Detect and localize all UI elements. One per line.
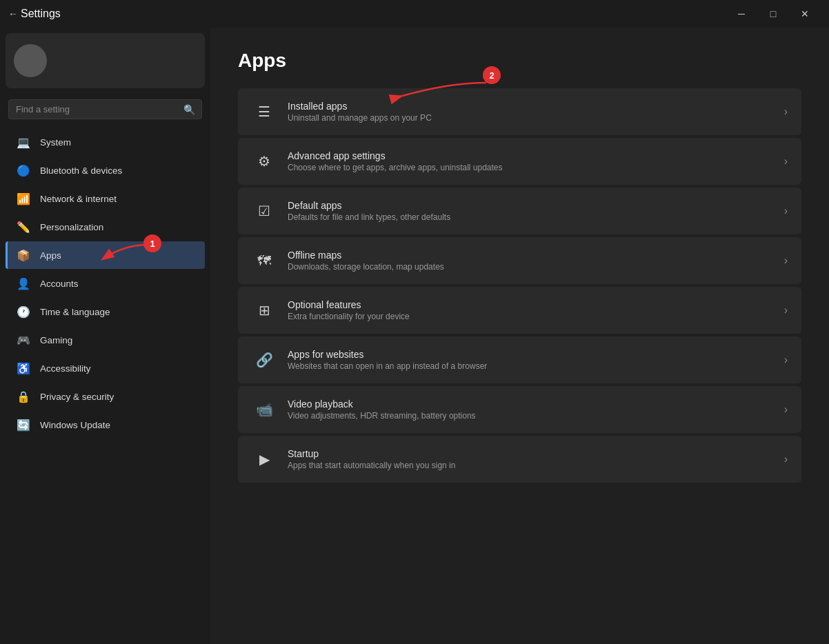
nav-label-gaming: Gaming xyxy=(40,335,72,345)
nav-icon-network: 📶 xyxy=(17,192,30,205)
title-bar-title: Settings xyxy=(21,8,61,20)
search-icon: 🔍 xyxy=(183,104,195,115)
sidebar-item-bluetooth[interactable]: 🔵 Bluetooth & devices xyxy=(6,157,205,184)
settings-item-startup[interactable]: ▶ Startup Apps that start automatically … xyxy=(238,436,801,483)
sidebar: 🔍 💻 System 🔵 Bluetooth & devices 📶 Netwo… xyxy=(0,28,210,644)
settings-list: ☰ Installed apps Uninstall and manage ap… xyxy=(238,88,801,483)
sidebar-item-apps[interactable]: 📦 Apps xyxy=(6,241,205,269)
nav-icon-gaming: 🎮 xyxy=(17,333,30,347)
settings-text-startup: Startup Apps that start automatically wh… xyxy=(288,448,773,470)
chevron-icon-optional-features: › xyxy=(784,304,788,316)
nav-icon-update: 🔄 xyxy=(17,418,30,432)
settings-title-optional-features: Optional features xyxy=(288,299,773,310)
settings-icon-default-apps: ☑ xyxy=(252,199,277,223)
nav-icon-apps: 📦 xyxy=(17,248,30,262)
nav-label-accessibility: Accessibility xyxy=(40,363,91,374)
sidebar-item-network[interactable]: 📶 Network & internet xyxy=(6,185,205,212)
settings-item-installed-apps[interactable]: ☰ Installed apps Uninstall and manage ap… xyxy=(238,88,801,135)
settings-title-offline-maps: Offline maps xyxy=(288,250,773,261)
title-bar: ← Settings ─ □ ✕ xyxy=(0,0,829,28)
settings-item-default-apps[interactable]: ☑ Default apps Defaults for file and lin… xyxy=(238,188,801,234)
settings-desc-optional-features: Extra functionality for your device xyxy=(288,312,773,321)
settings-text-apps-for-websites: Apps for websites Websites that can open… xyxy=(288,349,773,371)
maximize-button[interactable]: □ xyxy=(757,3,789,25)
page-title: Apps xyxy=(238,50,801,72)
settings-text-optional-features: Optional features Extra functionality fo… xyxy=(288,299,773,321)
back-icon[interactable]: ← xyxy=(8,8,18,19)
settings-icon-optional-features: ⊞ xyxy=(252,298,277,323)
settings-icon-apps-for-websites: 🔗 xyxy=(252,348,277,372)
nav-label-privacy: Privacy & security xyxy=(40,392,114,402)
settings-desc-video-playback: Video adjustments, HDR streaming, batter… xyxy=(288,411,773,421)
chevron-icon-offline-maps: › xyxy=(784,254,788,267)
nav-icon-personalization: ✏️ xyxy=(17,220,30,234)
settings-title-advanced-app-settings: Advanced app settings xyxy=(288,150,773,161)
chevron-icon-startup: › xyxy=(784,453,788,465)
settings-title-default-apps: Default apps xyxy=(288,200,773,211)
settings-text-offline-maps: Offline maps Downloads, storage location… xyxy=(288,250,773,272)
sidebar-item-time[interactable]: 🕐 Time & language xyxy=(6,298,205,325)
nav-label-network: Network & internet xyxy=(40,194,117,204)
settings-title-video-playback: Video playback xyxy=(288,399,773,410)
sidebar-item-accessibility[interactable]: ♿ Accessibility xyxy=(6,354,205,382)
main-content: Apps ☰ Installed apps Uninstall and mana… xyxy=(210,28,829,644)
settings-text-default-apps: Default apps Defaults for file and link … xyxy=(288,200,773,222)
settings-title-startup: Startup xyxy=(288,448,773,459)
settings-icon-video-playback: 📹 xyxy=(252,397,277,422)
sidebar-item-update[interactable]: 🔄 Windows Update xyxy=(6,411,205,439)
settings-title-apps-for-websites: Apps for websites xyxy=(288,349,773,360)
settings-title-installed-apps: Installed apps xyxy=(288,101,773,112)
settings-desc-advanced-app-settings: Choose where to get apps, archive apps, … xyxy=(288,163,773,172)
avatar xyxy=(14,44,47,77)
sidebar-item-system[interactable]: 💻 System xyxy=(6,128,205,156)
search-box: 🔍 xyxy=(8,99,202,119)
nav-list: 💻 System 🔵 Bluetooth & devices 📶 Network… xyxy=(0,125,210,638)
nav-label-time: Time & language xyxy=(40,307,110,317)
settings-item-video-playback[interactable]: 📹 Video playback Video adjustments, HDR … xyxy=(238,386,801,433)
settings-desc-offline-maps: Downloads, storage location, map updates xyxy=(288,262,773,272)
sidebar-item-privacy[interactable]: 🔒 Privacy & security xyxy=(6,383,205,410)
nav-icon-privacy: 🔒 xyxy=(17,390,30,403)
window-controls: ─ □ ✕ xyxy=(726,3,821,25)
settings-icon-startup: ▶ xyxy=(252,447,277,472)
settings-item-apps-for-websites[interactable]: 🔗 Apps for websites Websites that can op… xyxy=(238,336,801,383)
settings-desc-apps-for-websites: Websites that can open in an app instead… xyxy=(288,361,773,371)
nav-label-apps: Apps xyxy=(40,250,61,261)
settings-desc-installed-apps: Uninstall and manage apps on your PC xyxy=(288,113,773,123)
nav-label-accounts: Accounts xyxy=(40,279,79,289)
settings-item-optional-features[interactable]: ⊞ Optional features Extra functionality … xyxy=(238,287,801,334)
nav-label-bluetooth: Bluetooth & devices xyxy=(40,165,122,176)
settings-item-offline-maps[interactable]: 🗺 Offline maps Downloads, storage locati… xyxy=(238,237,801,284)
profile-area xyxy=(6,33,205,88)
nav-icon-system: 💻 xyxy=(17,135,30,149)
content-area: 🔍 💻 System 🔵 Bluetooth & devices 📶 Netwo… xyxy=(0,28,829,644)
settings-text-installed-apps: Installed apps Uninstall and manage apps… xyxy=(288,101,773,123)
settings-text-video-playback: Video playback Video adjustments, HDR st… xyxy=(288,399,773,421)
close-button[interactable]: ✕ xyxy=(789,3,821,25)
settings-desc-default-apps: Defaults for file and link types, other … xyxy=(288,212,773,222)
settings-text-advanced-app-settings: Advanced app settings Choose where to ge… xyxy=(288,150,773,172)
nav-icon-accessibility: ♿ xyxy=(17,361,30,375)
settings-icon-advanced-app-settings: ⚙ xyxy=(252,149,277,174)
sidebar-item-accounts[interactable]: 👤 Accounts xyxy=(6,270,205,297)
chevron-icon-apps-for-websites: › xyxy=(784,354,788,366)
nav-label-personalization: Personalization xyxy=(40,222,103,232)
minimize-button[interactable]: ─ xyxy=(726,3,757,25)
nav-icon-time: 🕐 xyxy=(17,305,30,319)
chevron-icon-default-apps: › xyxy=(784,205,788,217)
settings-desc-startup: Apps that start automatically when you s… xyxy=(288,461,773,470)
sidebar-item-personalization[interactable]: ✏️ Personalization xyxy=(6,213,205,241)
settings-icon-installed-apps: ☰ xyxy=(252,99,277,124)
nav-label-update: Windows Update xyxy=(40,420,110,430)
settings-item-advanced-app-settings[interactable]: ⚙ Advanced app settings Choose where to … xyxy=(238,138,801,185)
settings-icon-offline-maps: 🗺 xyxy=(252,248,277,273)
sidebar-item-gaming[interactable]: 🎮 Gaming xyxy=(6,326,205,354)
nav-label-system: System xyxy=(40,137,71,148)
nav-icon-accounts: 👤 xyxy=(17,276,30,290)
search-input[interactable] xyxy=(8,99,202,119)
nav-icon-bluetooth: 🔵 xyxy=(17,163,30,177)
chevron-icon-advanced-app-settings: › xyxy=(784,155,788,168)
chevron-icon-video-playback: › xyxy=(784,403,788,416)
chevron-icon-installed-apps: › xyxy=(784,105,788,118)
